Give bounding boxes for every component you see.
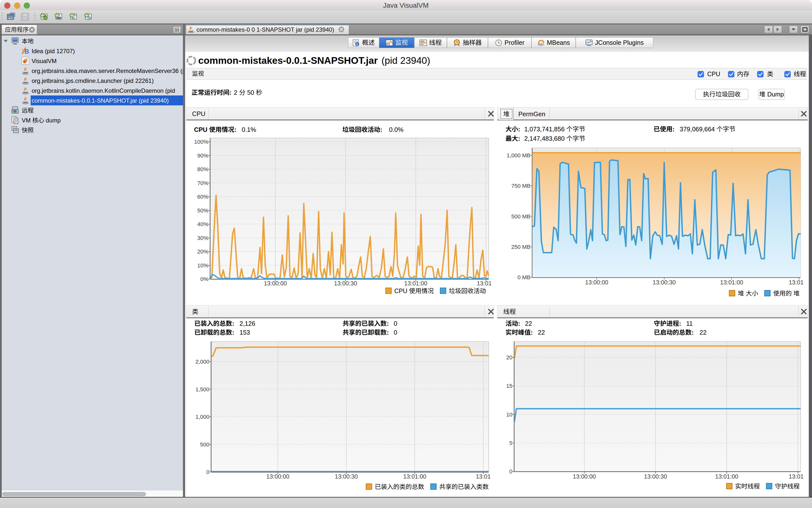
svg-text:VM: VM: [22, 117, 32, 124]
svg-text:common-mistakes-0.0.1-SNAPSHOT: common-mistakes-0.0.1-SNAPSHOT.jar: [198, 55, 378, 66]
svg-text:0: 0: [394, 320, 397, 327]
svg-text::: :: [518, 135, 520, 142]
svg-text:13:00:00: 13:00:00: [264, 280, 287, 287]
svg-text:379,069,664: 379,069,664: [680, 126, 717, 133]
svg-text:2,147,483,680: 2,147,483,680: [524, 135, 566, 142]
svg-text:1,500: 1,500: [195, 386, 209, 392]
svg-text:22: 22: [700, 329, 707, 336]
svg-text:13:01: 13:01: [789, 473, 804, 480]
svg-text:40%: 40%: [197, 221, 209, 227]
svg-text::: :: [518, 320, 520, 327]
svg-text:0: 0: [394, 329, 397, 336]
svg-text:13:00:00: 13:00:00: [266, 473, 289, 480]
svg-text:90%: 90%: [197, 153, 209, 159]
svg-text:1,073,741,856: 1,073,741,856: [524, 126, 566, 133]
svg-text:750 MB: 750 MB: [511, 183, 531, 189]
svg-text:10%: 10%: [197, 262, 209, 268]
svg-text:CPU: CPU: [192, 110, 206, 117]
svg-text::: :: [232, 329, 234, 336]
svg-text:0%: 0%: [200, 276, 209, 282]
svg-text:org.jetbrains.jps.cmdline.Laun: org.jetbrains.jps.cmdline.Launcher (pid …: [32, 77, 154, 84]
svg-text:500 MB: 500 MB: [511, 213, 531, 220]
svg-text:VisualVM: VisualVM: [32, 58, 57, 64]
svg-text:13:00:00: 13:00:00: [585, 279, 608, 286]
svg-text::: :: [380, 126, 382, 133]
svg-text:0 MB: 0 MB: [517, 274, 531, 281]
svg-text:Idea (pid 12707): Idea (pid 12707): [32, 48, 75, 54]
svg-text:22: 22: [525, 320, 532, 327]
svg-text::: :: [229, 89, 232, 96]
svg-text:Profiler: Profiler: [504, 39, 525, 46]
svg-text:13:00:30: 13:00:30: [335, 473, 358, 480]
svg-text:CPU: CPU: [394, 287, 409, 294]
svg-text:dump: dump: [44, 117, 61, 124]
svg-text:100%: 100%: [194, 139, 209, 145]
svg-text::: :: [679, 320, 681, 327]
svg-text:10: 10: [506, 412, 512, 418]
svg-text:13:00:00: 13:00:00: [573, 473, 596, 480]
svg-text:1,000: 1,000: [195, 414, 209, 420]
svg-text:i: i: [357, 43, 358, 46]
svg-text:0.1%: 0.1%: [242, 126, 256, 133]
svg-text:Java VisualVM: Java VisualVM: [383, 1, 428, 9]
svg-text:250 MB: 250 MB: [511, 244, 531, 250]
svg-text:JConsole Plugins: JConsole Plugins: [595, 39, 644, 46]
svg-text:30%: 30%: [197, 235, 209, 241]
svg-text:153: 153: [239, 329, 250, 336]
svg-text:common-mistakes-0 0 1-SNAPSHOT: common-mistakes-0 0 1-SNAPSHOT jar (pid …: [196, 26, 334, 33]
svg-text:80%: 80%: [197, 166, 209, 172]
svg-text:13:00:30: 13:00:30: [652, 279, 676, 286]
svg-text:13:01:00: 13:01:00: [403, 473, 426, 480]
svg-text:org.jetbrains.idea.maven.serve: org.jetbrains.idea.maven.server.RemoteMa…: [32, 68, 210, 74]
svg-text:20%: 20%: [197, 249, 209, 255]
svg-text::: :: [232, 320, 234, 327]
svg-text:70%: 70%: [197, 180, 209, 186]
svg-text:13:01:00: 13:01:00: [720, 279, 743, 286]
svg-text:13:01: 13:01: [477, 280, 492, 287]
svg-text:2: 2: [234, 89, 239, 96]
svg-text::: :: [387, 329, 389, 336]
svg-text:22: 22: [538, 329, 545, 336]
svg-text:(pid 23940): (pid 23940): [379, 55, 430, 66]
svg-text:0: 0: [207, 469, 210, 475]
svg-text:CPU: CPU: [194, 126, 209, 133]
svg-text:2,126: 2,126: [239, 320, 255, 327]
svg-text:2,000: 2,000: [195, 358, 209, 365]
svg-text::: :: [387, 320, 389, 327]
svg-text:Dump: Dump: [766, 91, 784, 98]
svg-text:PermGen: PermGen: [518, 111, 545, 118]
svg-text::: :: [531, 329, 533, 336]
svg-text:common-mistakes-0.0.1-SNAPSHOT: common-mistakes-0.0.1-SNAPSHOT.jar (pid …: [32, 97, 169, 104]
svg-text:60%: 60%: [197, 194, 209, 200]
svg-text:5: 5: [509, 440, 513, 446]
svg-text:50: 50: [245, 89, 256, 96]
svg-text:CPU: CPU: [707, 71, 720, 77]
svg-text:11: 11: [686, 320, 692, 327]
svg-text:13:00:30: 13:00:30: [334, 280, 357, 287]
svg-text::: :: [234, 126, 236, 133]
svg-text:50%: 50%: [197, 208, 209, 214]
svg-text::: :: [692, 329, 694, 336]
svg-text:0: 0: [509, 468, 513, 475]
svg-text:1,000 MB: 1,000 MB: [507, 152, 531, 159]
svg-text:13:00:30: 13:00:30: [644, 473, 667, 480]
svg-text:MBeans: MBeans: [547, 39, 570, 46]
svg-text:13:01: 13:01: [476, 473, 491, 480]
svg-text:0.0%: 0.0%: [389, 126, 403, 133]
svg-text:13:01:00: 13:01:00: [404, 280, 427, 287]
svg-text:20: 20: [506, 354, 512, 361]
svg-text:B: B: [25, 48, 29, 55]
svg-text:15: 15: [506, 383, 512, 389]
svg-text::: :: [518, 126, 520, 133]
svg-text::: :: [673, 126, 675, 133]
svg-text:org.jetbrains.kotlin.daemon.Ko: org.jetbrains.kotlin.daemon.KotlinCompil…: [32, 87, 175, 94]
svg-text:500: 500: [200, 441, 210, 448]
svg-text:13:01:00: 13:01:00: [715, 473, 738, 480]
svg-text:13:01: 13:01: [789, 279, 804, 286]
